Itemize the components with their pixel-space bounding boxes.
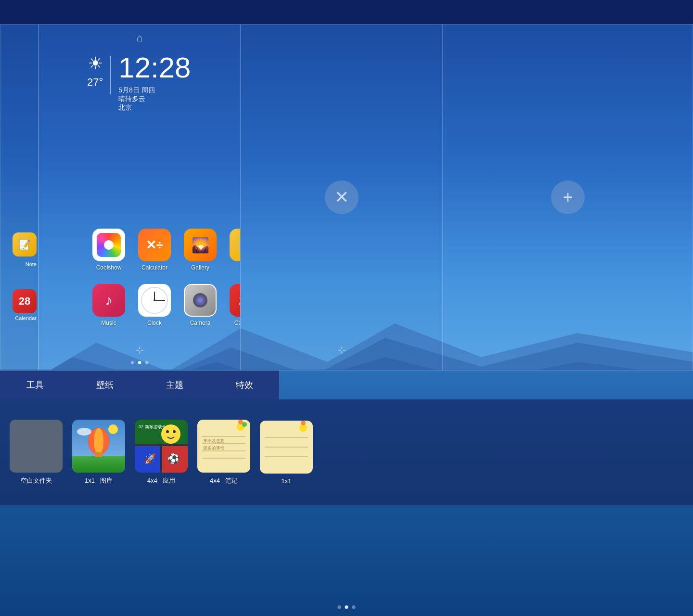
music-icon: ♪ (92, 284, 125, 317)
widget-dot-3[interactable] (352, 605, 356, 609)
screen-panel-middle: ✕ ⊹ (241, 24, 443, 371)
note-name: 笔记 (225, 477, 238, 484)
page-dots-main (131, 361, 149, 364)
camera-lens (193, 293, 207, 308)
note-widget-thumb[interactable]: 来不及去想 更多的事情 4x4 笔记 (197, 420, 250, 485)
partial-note-app[interactable]: 📝 Note (0, 223, 38, 276)
bottom-menu: 工具 壁纸 主题 特效 (0, 371, 279, 399)
clock-label: Clock (147, 320, 162, 326)
note-partial-label: Note (26, 261, 37, 267)
svg-point-23 (242, 422, 247, 427)
svg-point-10 (77, 428, 91, 436)
note2-size: 1x1 (282, 477, 292, 485)
page-dot-2[interactable] (138, 361, 141, 364)
temperature-display: 27° (87, 76, 103, 89)
clock-app[interactable]: Clock (133, 279, 176, 332)
apps-name: 应用 (163, 477, 175, 484)
main-container: 📝 Note 28 Calendar ⌂ ☀ 27° (0, 24, 693, 616)
svg-text:⚽: ⚽ (167, 453, 180, 464)
svg-point-15 (173, 430, 176, 433)
svg-point-32 (301, 421, 306, 425)
menu-tools[interactable]: 工具 (17, 377, 53, 393)
music-app[interactable]: ♪ Music (87, 279, 130, 332)
camera-icon (184, 284, 217, 317)
calculator-icon: ✕÷ (138, 229, 171, 261)
note-icon-partial: 📝 (13, 232, 37, 257)
apps-grid-img: 02 新车游戏合集 🚀 ⚽ (135, 420, 188, 473)
partial-calendar-app[interactable]: 28 Calendar (0, 279, 38, 332)
coolshow-app[interactable]: Coolshow (87, 223, 130, 276)
calendar-icon: 28 (230, 284, 241, 317)
clock-icon (138, 284, 171, 317)
gallery-name-label: 图库 (100, 477, 113, 484)
home-icon[interactable]: ⌂ (136, 32, 142, 44)
weather-widget: ☀ 27° 12:28 5月8日 周四 晴转多云 北京 (87, 53, 191, 112)
svg-rect-4 (72, 456, 125, 473)
screens-grid: 📝 Note 28 Calendar ⌂ ☀ 27° (0, 24, 693, 371)
page-dot-3[interactable] (145, 361, 149, 364)
weather-divider (110, 56, 111, 94)
clock-face (141, 287, 168, 314)
delete-screen-button[interactable]: ✕ (325, 180, 359, 214)
camera-label: Camera (190, 320, 211, 326)
calendar-partial-label: Calendar (15, 315, 37, 321)
widget-dot-2[interactable] (345, 605, 348, 609)
blank-folder-label: 空白文件夹 (21, 476, 52, 485)
note-widget-img: 来不及去想 更多的事情 (197, 420, 250, 473)
music-label: Music (101, 320, 116, 326)
weather-right: 12:28 5月8日 周四 晴转多云 北京 (118, 53, 191, 112)
note-app[interactable]: 📝 Note (224, 223, 241, 276)
blank-folder-widget[interactable]: 空白文件夹 (10, 420, 63, 485)
gallery-size-label: 1x1 (85, 477, 95, 484)
svg-point-14 (166, 430, 169, 433)
note2-widget-img (260, 421, 313, 474)
calculator-app[interactable]: ✕÷ Calculator (133, 223, 176, 276)
app-grid: Coolshow ✕÷ Calculator 🌄 Gallery (87, 223, 241, 332)
camera-app[interactable]: Camera (179, 279, 222, 332)
screen-panel-left: 📝 Note 28 Calendar (0, 24, 38, 371)
note2-svg (260, 421, 313, 474)
note-svg: 来不及去想 更多的事情 (197, 420, 250, 473)
apps-size: 4x4 (147, 477, 157, 484)
menu-wallpaper[interactable]: 壁纸 (87, 377, 123, 393)
gallery-widget-img (72, 420, 125, 473)
status-bar (0, 0, 693, 24)
blank-folder-text: 空白文件夹 (21, 477, 52, 484)
blank-folder-img (10, 420, 63, 473)
camera-body (185, 285, 216, 316)
svg-text:来不及去想: 来不及去想 (203, 438, 225, 443)
gallery-widget-label: 1x1 图库 (85, 476, 113, 485)
gallery-icon: 🌄 (184, 229, 217, 261)
gallery-widget-thumb[interactable]: 1x1 图库 (72, 420, 125, 485)
weather-condition: 晴转多云 (118, 95, 191, 103)
move-handle-middle[interactable]: ⊹ (338, 344, 346, 356)
note2-widget-label: 1x1 (282, 477, 292, 485)
note-icon: 📝 (230, 229, 241, 261)
svg-rect-8 (95, 452, 103, 457)
partial-apps: 📝 Note 28 Calendar (0, 223, 38, 332)
gallery-app[interactable]: 🌄 Gallery (179, 223, 222, 276)
apps-grid-svg: 02 新车游戏合集 🚀 ⚽ (135, 420, 188, 473)
svg-point-13 (161, 424, 180, 444)
apps-grid-label: 4x4 应用 (147, 476, 175, 485)
menu-effects[interactable]: 特效 (226, 377, 263, 393)
date-display: 5月8日 周四 (118, 86, 191, 95)
gallery-svg (72, 420, 125, 473)
sun-icon: ☀ (88, 53, 103, 74)
svg-point-9 (108, 424, 118, 434)
time-display: 12:28 (118, 53, 191, 82)
widgets-bar: 空白文件夹 (0, 399, 693, 505)
note2-widget-thumb[interactable]: 1x1 (260, 421, 313, 485)
move-handle-main[interactable]: ⊹ (136, 344, 144, 356)
menu-theme[interactable]: 主题 (156, 377, 193, 393)
screen-panel-main: ⌂ ☀ 27° 12:28 5月8日 周四 晴转多云 北京 (38, 24, 241, 371)
clock-center-dot (154, 299, 155, 301)
apps-grid-widget[interactable]: 02 新车游戏合集 🚀 ⚽ 4x4 应用 (135, 420, 188, 485)
page-dot-1[interactable] (131, 361, 134, 364)
widget-dot-1[interactable] (338, 605, 341, 609)
screen-panel-right: + (443, 24, 693, 371)
calendar-app[interactable]: 28 Calendar (224, 279, 241, 332)
blank-folder-thumb (10, 420, 63, 473)
add-screen-button[interactable]: + (551, 180, 585, 214)
location-display: 北京 (118, 103, 191, 112)
